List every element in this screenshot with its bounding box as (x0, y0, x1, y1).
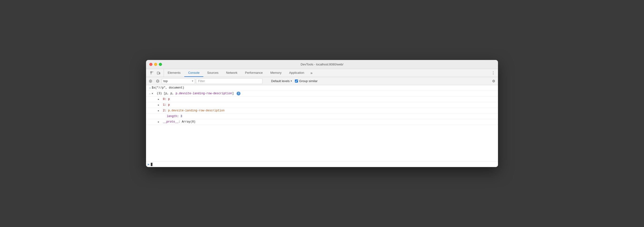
console-output: › $x("//p", document) ← (3) [p, p, p.dev… (146, 85, 498, 161)
devtools-panel: Elements Console Sources Network Perform… (146, 69, 498, 167)
device-toolbar-button[interactable] (156, 70, 162, 76)
tab-memory[interactable]: Memory (266, 69, 286, 77)
tab-elements[interactable]: Elements (164, 69, 184, 77)
result-back-arrow: ← (148, 92, 152, 96)
tab-bar-icons (147, 69, 164, 77)
tab-application[interactable]: Application (286, 69, 308, 77)
expand-item-2-icon[interactable] (158, 109, 161, 113)
array-item-2[interactable]: 2: p.devsite-landing-row-description (146, 108, 498, 114)
console-settings-button[interactable]: ⚙ (490, 78, 496, 84)
array-item-0[interactable]: 0: p (146, 97, 498, 102)
tab-bar: Elements Console Sources Network Perform… (146, 69, 498, 77)
tab-performance[interactable]: Performance (241, 69, 266, 77)
close-button[interactable] (149, 63, 152, 66)
clear-console-button[interactable] (148, 78, 154, 84)
devtools-window: DevTools - localhost:8080/web/ (146, 60, 498, 167)
info-icon[interactable]: i (236, 92, 240, 95)
tab-network[interactable]: Network (222, 69, 242, 77)
spacer (146, 125, 498, 128)
text-cursor (151, 163, 152, 166)
svg-rect-1 (159, 73, 160, 74)
input-prompt: > (148, 162, 149, 166)
no-entry-button[interactable] (154, 78, 161, 84)
group-similar-label[interactable]: Group similar (295, 79, 318, 83)
expand-proto-icon[interactable] (158, 120, 161, 124)
expand-icon[interactable] (152, 91, 155, 96)
svg-rect-0 (157, 72, 159, 74)
tab-console[interactable]: Console (184, 69, 203, 77)
minimize-button[interactable] (154, 63, 157, 66)
devtools-settings-button[interactable]: ⋮ (488, 69, 498, 77)
result-content: (3) [p, p, p.devsite-landing-row-descrip… (152, 91, 496, 96)
title-bar: DevTools - localhost:8080/web/ (146, 60, 498, 69)
default-levels-button[interactable]: Default levels ▾ (269, 78, 294, 84)
result-header-line[interactable]: ← (3) [p, p, p.devsite-landing-row-descr… (146, 91, 498, 97)
window-title: DevTools - localhost:8080/web/ (300, 63, 344, 66)
more-tabs-button[interactable]: » (308, 69, 314, 77)
expand-item-1-icon[interactable] (158, 103, 161, 107)
command-prompt: › (148, 86, 152, 90)
console-command-line: › $x("//p", document) (146, 85, 498, 91)
array-length-property: length: 3 (146, 114, 498, 119)
context-value: top (164, 79, 191, 83)
filter-input[interactable] (196, 78, 262, 84)
proto-property[interactable]: __proto__: Array(0) (146, 119, 498, 125)
command-text: $x("//p", document) (152, 86, 496, 90)
array-item-1[interactable]: 1: p (146, 102, 498, 108)
traffic-lights (146, 63, 162, 66)
expand-item-0-icon[interactable] (158, 97, 161, 102)
maximize-button[interactable] (159, 63, 162, 66)
console-toolbar: top ▾ Default levels ▾ Group similar ⚙ (146, 77, 498, 85)
levels-arrow-icon: ▾ (290, 80, 292, 83)
console-input-area: > (146, 161, 498, 167)
tab-sources[interactable]: Sources (203, 69, 222, 77)
chevron-down-icon: ▾ (192, 80, 193, 83)
context-selector[interactable]: top ▾ (162, 78, 195, 84)
inspect-element-button[interactable] (149, 70, 155, 76)
group-similar-checkbox[interactable] (295, 80, 298, 83)
